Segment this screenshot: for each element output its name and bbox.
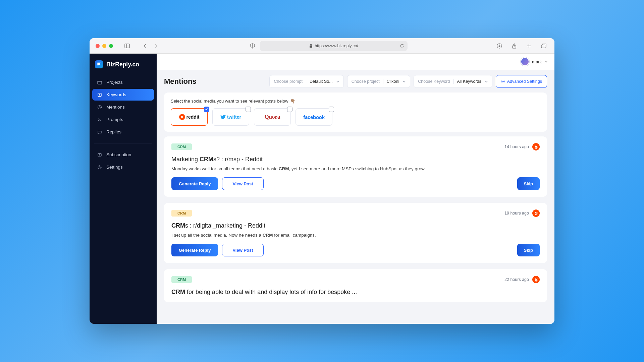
browser-chrome: https://www.bizreply.co/ (90, 38, 554, 54)
post-card: CRM 19 hours ago CRMs : r/digital_market… (164, 203, 547, 263)
topbar: mark (157, 54, 554, 70)
browser-window: https://www.bizreply.co/ (90, 38, 554, 324)
brand-logo-icon (95, 60, 103, 68)
chevron-down-icon (485, 80, 488, 83)
sidebar: BizReply.co Projects Keywords Mentions (90, 54, 157, 324)
keyword-tag: CRM (171, 143, 192, 150)
filter-label: Choose prompt (274, 79, 306, 84)
filter-value: Default So... (310, 79, 333, 84)
filter-keyword[interactable]: Choose Keyword All Keywords (414, 75, 492, 88)
svg-point-19 (536, 145, 537, 146)
posts-feed: CRM 14 hours ago Marketing CRMs? : r/msp… (164, 136, 547, 302)
svg-point-12 (99, 167, 100, 168)
sidebar-item-replies[interactable]: Replies (92, 126, 154, 138)
view-post-button[interactable]: View Post (222, 244, 263, 256)
point-down-icon: 👇🏽 (290, 99, 296, 104)
svg-point-20 (535, 147, 536, 147)
sidebar-item-label: Mentions (106, 105, 125, 110)
brand-name: BizReply.co (106, 61, 139, 68)
sidebar-item-prompts[interactable]: Prompts (92, 114, 154, 125)
quora-logo-icon: Quora (264, 114, 280, 120)
sidebar-item-subscription[interactable]: Subscription (92, 149, 154, 161)
address-bar[interactable]: https://www.bizreply.co/ (260, 41, 408, 51)
settings-icon (97, 165, 102, 170)
forward-button[interactable] (151, 41, 161, 51)
svg-point-16 (182, 117, 183, 117)
post-title: CRMs : r/digital_marketing - Reddit (171, 222, 540, 229)
new-tab-icon[interactable] (524, 41, 534, 51)
generate-reply-button[interactable]: Generate Reply (171, 177, 218, 190)
checkbox-icon (287, 107, 292, 112)
svg-rect-5 (541, 45, 545, 48)
social-card-facebook[interactable]: facebook (296, 108, 332, 126)
filter-project[interactable]: Choose project Clixoni (347, 75, 411, 88)
page-title: Mentions (164, 77, 197, 86)
svg-point-14 (181, 116, 183, 118)
window-minimize-button[interactable] (102, 44, 106, 48)
keyword-tag: CRM (171, 210, 192, 217)
filter-prompt[interactable]: Choose prompt Default So... (269, 75, 343, 88)
sidebar-item-label: Subscription (106, 152, 131, 157)
lock-icon (309, 44, 313, 48)
url-text: https://www.bizreply.co/ (315, 44, 358, 48)
traffic-lights (96, 44, 113, 48)
sidebar-item-projects[interactable]: Projects (92, 76, 154, 88)
social-card-reddit[interactable]: reddit (171, 108, 208, 126)
sidebar-item-label: Keywords (106, 92, 126, 97)
svg-point-30 (535, 280, 536, 280)
advanced-settings-button[interactable]: Advanced Settings (496, 75, 547, 88)
panel-hint: Select the social media you want to see … (171, 99, 540, 104)
sidebar-item-keywords[interactable]: Keywords (92, 89, 154, 101)
skip-button[interactable]: Skip (517, 244, 540, 256)
window-zoom-button[interactable] (109, 44, 113, 48)
sidebar-item-label: Replies (106, 129, 121, 134)
post-title: CRM for being able to deal with and disp… (171, 289, 540, 296)
tabs-icon[interactable] (539, 41, 548, 51)
main: mark Mentions Choose prompt Default So..… (157, 54, 554, 324)
subscription-icon (97, 153, 102, 157)
reddit-logo-icon: reddit (179, 114, 200, 120)
view-post-button[interactable]: View Post (222, 177, 263, 190)
chevron-down-icon (544, 60, 548, 63)
prompts-icon (97, 117, 102, 122)
content: Mentions Choose prompt Default So... Cho… (157, 70, 554, 324)
skip-button[interactable]: Skip (517, 177, 540, 190)
back-button[interactable] (141, 41, 150, 51)
reddit-icon (532, 276, 540, 283)
downloads-icon[interactable] (495, 41, 504, 51)
filter-label: Choose Keyword (418, 79, 453, 84)
sidebar-toggle-icon[interactable] (122, 41, 132, 51)
filter-label: Choose project (352, 79, 383, 84)
sidebar-item-mentions[interactable]: Mentions (92, 101, 154, 113)
svg-point-26 (536, 213, 537, 214)
facebook-logo-icon: facebook (303, 114, 324, 120)
panel-hint-text: Select the social media you want to see … (171, 99, 288, 104)
svg-point-10 (99, 107, 100, 108)
post-body: I set up all the social media. Now he ne… (171, 233, 540, 238)
chevron-down-icon (402, 80, 406, 83)
generate-reply-button[interactable]: Generate Reply (171, 244, 218, 256)
window-close-button[interactable] (96, 44, 100, 48)
social-label: twitter (227, 114, 241, 120)
svg-point-24 (536, 212, 537, 213)
post-time: 14 hours ago (504, 144, 529, 149)
reload-icon[interactable] (400, 44, 404, 48)
social-card-twitter[interactable]: twitter (212, 108, 249, 126)
user-menu[interactable]: mark (521, 57, 548, 66)
sidebar-item-label: Settings (106, 165, 123, 170)
svg-point-28 (535, 278, 536, 279)
shield-icon[interactable] (248, 41, 257, 51)
reddit-icon (532, 209, 540, 217)
avatar (521, 57, 529, 66)
svg-point-18 (535, 145, 536, 146)
app-body: BizReply.co Projects Keywords Mentions (90, 54, 554, 324)
brand[interactable]: BizReply.co (90, 57, 157, 74)
social-card-quora[interactable]: Quora (254, 108, 291, 126)
sidebar-item-label: Prompts (106, 117, 123, 122)
filter-value: All Keywords (457, 79, 481, 84)
advanced-settings-label: Advanced Settings (507, 79, 542, 84)
sidebar-item-settings[interactable]: Settings (92, 161, 154, 173)
share-icon[interactable] (509, 41, 519, 51)
svg-point-23 (535, 212, 536, 213)
gear-icon (501, 79, 505, 84)
